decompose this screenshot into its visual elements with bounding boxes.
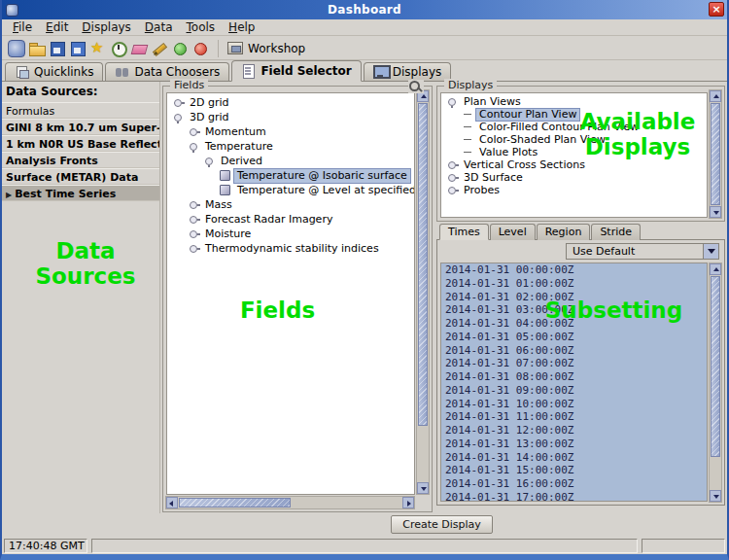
time-item[interactable]: 2014-01-31 07:00:00Z — [441, 357, 707, 370]
times-vertical-scrollbar[interactable] — [709, 262, 722, 503]
data-source-item[interactable]: Surface (METAR) Data — [2, 168, 159, 185]
tree-row[interactable]: Momentum — [167, 124, 414, 139]
time-item[interactable]: 2014-01-31 15:00:00Z — [441, 464, 707, 477]
tree-row[interactable]: Temperature @ Level at specified pressur… — [167, 183, 414, 197]
search-icon[interactable] — [408, 80, 424, 93]
history-clock-icon[interactable] — [110, 40, 127, 57]
collapsed-handle-icon[interactable] — [188, 213, 200, 226]
tree-row[interactable]: Vertical Cross Sections — [441, 158, 707, 171]
save-favorite-icon[interactable] — [69, 40, 87, 57]
scroll-right-icon[interactable] — [402, 497, 414, 508]
tree-row[interactable]: Temperature — [167, 139, 414, 154]
data-source-item[interactable]: ▶Best Time Series — [2, 185, 159, 201]
scroll-up-icon[interactable] — [710, 263, 721, 275]
tree-row[interactable]: Color-Filled Contour Plan View — [441, 121, 707, 133]
time-item[interactable]: 2014-01-31 05:00:00Z — [441, 331, 707, 344]
expanded-handle-icon[interactable] — [446, 95, 459, 108]
time-item[interactable]: 2014-01-31 10:00:00Z — [441, 398, 707, 411]
tree-row[interactable]: Mass — [167, 197, 414, 212]
data-source-item[interactable]: 1 km N0R US Base Reflectivi — [2, 135, 159, 152]
title-bar[interactable]: Dashboard × — [2, 0, 727, 19]
tree-row[interactable]: Color-Shaded Plan View — [441, 133, 707, 146]
tree-row[interactable]: Forecast Radar Imagery — [167, 212, 414, 227]
eraser-icon[interactable] — [130, 40, 148, 57]
close-button[interactable]: × — [709, 2, 724, 17]
collapsed-handle-icon[interactable] — [188, 125, 200, 138]
save-bundle-icon[interactable] — [49, 40, 66, 57]
expanded-handle-icon[interactable] — [172, 111, 185, 123]
data-source-item[interactable]: Analysis Fronts — [2, 152, 159, 168]
tree-row[interactable]: 3D grid — [167, 110, 414, 124]
menu-item-help[interactable]: Help — [222, 20, 261, 34]
time-item[interactable]: 2014-01-31 09:00:00Z — [441, 384, 707, 398]
fields-vertical-scrollbar[interactable] — [416, 89, 430, 495]
scrollbar-thumb[interactable] — [711, 276, 720, 457]
scroll-down-icon[interactable] — [710, 206, 721, 218]
tab-quicklinks[interactable]: Quicklinks — [5, 62, 103, 81]
create-display-button[interactable]: Create Display — [391, 515, 493, 534]
subset-tab-region[interactable]: Region — [537, 224, 591, 240]
tree-row[interactable]: Moisture — [167, 227, 414, 241]
tree-row[interactable]: Probes — [441, 184, 707, 196]
cancel-loads-icon[interactable] — [191, 40, 209, 57]
data-source-item[interactable]: Formulas — [2, 102, 159, 119]
idv-logo-icon[interactable] — [8, 40, 25, 57]
time-item[interactable]: 2014-01-31 14:00:00Z — [441, 451, 707, 465]
tree-row[interactable]: Thermodynamic stability indices — [167, 241, 414, 256]
expanded-handle-icon[interactable] — [203, 155, 216, 167]
time-item[interactable]: 2014-01-31 11:00:00Z — [441, 410, 707, 424]
data-source-item[interactable]: GINI 8 km 10.7 um Super-N — [2, 119, 159, 135]
workshop-button[interactable]: Workshop — [227, 42, 305, 55]
scroll-down-icon[interactable] — [710, 490, 721, 502]
menu-item-file[interactable]: File — [6, 20, 39, 34]
collapsed-handle-icon[interactable] — [188, 242, 200, 255]
time-item[interactable]: 2014-01-31 08:00:00Z — [441, 370, 707, 384]
collapsed-handle-icon[interactable] — [446, 184, 459, 196]
scroll-down-icon[interactable] — [417, 482, 429, 494]
menu-item-displays[interactable]: Displays — [75, 20, 138, 34]
time-item[interactable]: 2014-01-31 02:00:00Z — [441, 291, 707, 304]
tree-row[interactable]: Derived — [167, 154, 414, 168]
scrollbar-thumb[interactable] — [418, 103, 428, 426]
support-request-icon[interactable] — [171, 40, 189, 57]
tab-displays[interactable]: Displays — [364, 62, 451, 81]
subset-tab-stride[interactable]: Stride — [591, 224, 641, 240]
collapsed-handle-icon[interactable] — [446, 158, 459, 171]
tree-row[interactable]: 3D Surface — [441, 171, 707, 184]
displays-vertical-scrollbar[interactable] — [709, 89, 722, 219]
subset-tab-level[interactable]: Level — [490, 224, 536, 240]
use-default-combo[interactable]: Use Default — [566, 243, 719, 260]
menu-item-tools[interactable]: Tools — [180, 20, 223, 34]
scrollbar-thumb[interactable] — [711, 103, 720, 205]
tree-row[interactable]: Plan Views — [441, 95, 707, 108]
expanded-handle-icon[interactable] — [188, 140, 200, 153]
tree-row[interactable]: 2D grid — [167, 95, 414, 110]
tab-field-selector[interactable]: Field Selector — [231, 60, 361, 82]
tree-row[interactable]: Value Plots — [441, 146, 707, 158]
tree-row[interactable]: Contour Plan View — [441, 108, 707, 121]
tree-row[interactable]: Temperature @ Isobaric surface — [167, 168, 414, 183]
scroll-up-icon[interactable] — [710, 90, 721, 102]
scrollbar-thumb[interactable] — [179, 498, 291, 508]
collapsed-handle-icon[interactable] — [446, 171, 459, 184]
time-item[interactable]: 2014-01-31 01:00:00Z — [441, 277, 707, 291]
time-item[interactable]: 2014-01-31 04:00:00Z — [441, 317, 707, 331]
time-item[interactable]: 2014-01-31 00:00:00Z — [441, 263, 707, 277]
menu-item-data[interactable]: Data — [138, 20, 180, 34]
edit-pencil-icon[interactable] — [151, 40, 168, 57]
subset-tab-times[interactable]: Times — [439, 224, 489, 240]
time-item[interactable]: 2014-01-31 12:00:00Z — [441, 424, 707, 438]
fields-horizontal-scrollbar[interactable] — [165, 496, 415, 509]
collapsed-handle-icon[interactable] — [172, 96, 185, 109]
time-item[interactable]: 2014-01-31 06:00:00Z — [441, 344, 707, 358]
menu-item-edit[interactable]: Edit — [39, 20, 75, 34]
scroll-left-icon[interactable] — [166, 497, 178, 508]
collapsed-handle-icon[interactable] — [188, 228, 200, 240]
favorites-star-icon[interactable] — [89, 40, 107, 57]
tab-data-choosers[interactable]: Data Choosers — [105, 62, 229, 81]
time-item[interactable]: 2014-01-31 13:00:00Z — [441, 438, 707, 451]
collapsed-handle-icon[interactable] — [188, 198, 200, 211]
open-folder-icon[interactable] — [28, 40, 46, 57]
time-item[interactable]: 2014-01-31 17:00:00Z — [441, 491, 707, 502]
time-item[interactable]: 2014-01-31 03:00:00Z — [441, 303, 707, 317]
